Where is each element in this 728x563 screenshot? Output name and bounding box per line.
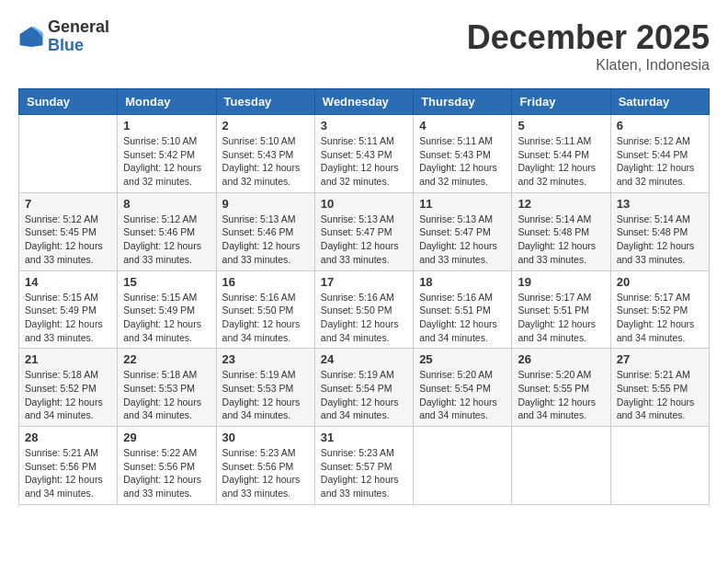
- calendar-cell: 11Sunrise: 5:13 AM Sunset: 5:47 PM Dayli…: [414, 192, 512, 270]
- day-number: 5: [518, 119, 604, 132]
- calendar-cell: 2Sunrise: 5:10 AM Sunset: 5:43 PM Daylig…: [216, 115, 314, 193]
- calendar-cell: 14Sunrise: 5:15 AM Sunset: 5:49 PM Dayli…: [19, 270, 118, 349]
- day-info: Sunrise: 5:15 AM Sunset: 5:49 PM Dayligh…: [123, 291, 210, 345]
- day-number: 14: [25, 275, 111, 289]
- day-info: Sunrise: 5:23 AM Sunset: 5:57 PM Dayligh…: [321, 446, 407, 500]
- calendar-cell: 3Sunrise: 5:11 AM Sunset: 5:43 PM Daylig…: [314, 115, 413, 193]
- calendar-cell: 18Sunrise: 5:16 AM Sunset: 5:51 PM Dayli…: [414, 270, 512, 349]
- calendar-cell: 19Sunrise: 5:17 AM Sunset: 5:51 PM Dayli…: [512, 270, 610, 349]
- day-number: 10: [321, 197, 407, 211]
- weekday-header-wednesday: Wednesday: [314, 89, 413, 115]
- day-number: 1: [123, 119, 210, 132]
- day-info: Sunrise: 5:13 AM Sunset: 5:47 PM Dayligh…: [321, 213, 407, 267]
- day-number: 3: [321, 119, 407, 132]
- calendar-cell: 30Sunrise: 5:23 AM Sunset: 5:56 PM Dayli…: [216, 427, 314, 505]
- calendar-cell: [414, 427, 512, 505]
- calendar-cell: 27Sunrise: 5:21 AM Sunset: 5:55 PM Dayli…: [610, 349, 709, 427]
- weekday-header-tuesday: Tuesday: [216, 89, 314, 115]
- calendar-cell: 6Sunrise: 5:12 AM Sunset: 5:44 PM Daylig…: [610, 115, 709, 193]
- day-info: Sunrise: 5:15 AM Sunset: 5:49 PM Dayligh…: [25, 291, 111, 345]
- day-info: Sunrise: 5:18 AM Sunset: 5:52 PM Dayligh…: [25, 368, 111, 422]
- calendar-cell: 17Sunrise: 5:16 AM Sunset: 5:50 PM Dayli…: [314, 270, 413, 349]
- logo: General Blue: [18, 18, 109, 55]
- calendar-cell: 13Sunrise: 5:14 AM Sunset: 5:48 PM Dayli…: [610, 192, 709, 270]
- day-info: Sunrise: 5:21 AM Sunset: 5:55 PM Dayligh…: [617, 368, 703, 422]
- day-number: 21: [25, 352, 111, 366]
- day-number: 9: [222, 197, 309, 211]
- calendar-cell: 7Sunrise: 5:12 AM Sunset: 5:45 PM Daylig…: [19, 192, 118, 270]
- calendar-cell: 25Sunrise: 5:20 AM Sunset: 5:54 PM Dayli…: [414, 349, 512, 427]
- weekday-header-sunday: Sunday: [19, 89, 118, 115]
- logo-text: General Blue: [48, 18, 109, 55]
- calendar-cell: [19, 115, 118, 193]
- day-info: Sunrise: 5:22 AM Sunset: 5:56 PM Dayligh…: [123, 446, 210, 500]
- calendar-table: SundayMondayTuesdayWednesdayThursdayFrid…: [18, 88, 710, 505]
- day-number: 6: [617, 119, 703, 132]
- location: Klaten, Indonesia: [467, 57, 710, 74]
- day-number: 28: [25, 431, 111, 444]
- day-info: Sunrise: 5:14 AM Sunset: 5:48 PM Dayligh…: [518, 213, 604, 267]
- day-info: Sunrise: 5:18 AM Sunset: 5:53 PM Dayligh…: [123, 368, 210, 422]
- day-info: Sunrise: 5:20 AM Sunset: 5:55 PM Dayligh…: [518, 368, 604, 422]
- week-row-5: 28Sunrise: 5:21 AM Sunset: 5:56 PM Dayli…: [19, 427, 710, 505]
- day-number: 20: [617, 275, 703, 289]
- day-number: 7: [25, 197, 111, 211]
- day-info: Sunrise: 5:11 AM Sunset: 5:43 PM Dayligh…: [321, 134, 407, 189]
- day-info: Sunrise: 5:16 AM Sunset: 5:50 PM Dayligh…: [321, 291, 407, 345]
- day-info: Sunrise: 5:13 AM Sunset: 5:46 PM Dayligh…: [222, 213, 309, 267]
- day-info: Sunrise: 5:10 AM Sunset: 5:42 PM Dayligh…: [123, 134, 210, 189]
- logo-blue-text: Blue: [48, 37, 109, 55]
- calendar-cell: 16Sunrise: 5:16 AM Sunset: 5:50 PM Dayli…: [216, 270, 314, 349]
- day-number: 15: [123, 275, 210, 289]
- day-info: Sunrise: 5:12 AM Sunset: 5:44 PM Dayligh…: [617, 134, 703, 189]
- calendar-cell: 20Sunrise: 5:17 AM Sunset: 5:52 PM Dayli…: [610, 270, 709, 349]
- day-info: Sunrise: 5:11 AM Sunset: 5:43 PM Dayligh…: [419, 134, 506, 189]
- logo-icon: [18, 24, 44, 50]
- day-number: 29: [123, 431, 210, 444]
- day-info: Sunrise: 5:12 AM Sunset: 5:46 PM Dayligh…: [123, 213, 210, 267]
- calendar-cell: 23Sunrise: 5:19 AM Sunset: 5:53 PM Dayli…: [216, 349, 314, 427]
- weekday-header-row: SundayMondayTuesdayWednesdayThursdayFrid…: [19, 89, 710, 115]
- day-info: Sunrise: 5:17 AM Sunset: 5:51 PM Dayligh…: [518, 291, 604, 345]
- day-number: 13: [617, 197, 703, 211]
- calendar-cell: 5Sunrise: 5:11 AM Sunset: 5:44 PM Daylig…: [512, 115, 610, 193]
- day-number: 31: [321, 431, 407, 444]
- week-row-4: 21Sunrise: 5:18 AM Sunset: 5:52 PM Dayli…: [19, 349, 710, 427]
- calendar-cell: 21Sunrise: 5:18 AM Sunset: 5:52 PM Dayli…: [19, 349, 118, 427]
- weekday-header-saturday: Saturday: [610, 89, 709, 115]
- day-info: Sunrise: 5:12 AM Sunset: 5:45 PM Dayligh…: [25, 213, 111, 267]
- month-title: December 2025: [467, 18, 710, 57]
- page-header: General Blue December 2025 Klaten, Indon…: [18, 18, 710, 74]
- week-row-3: 14Sunrise: 5:15 AM Sunset: 5:49 PM Dayli…: [19, 270, 710, 349]
- calendar-cell: 9Sunrise: 5:13 AM Sunset: 5:46 PM Daylig…: [216, 192, 314, 270]
- svg-marker-0: [20, 27, 43, 47]
- calendar-cell: 10Sunrise: 5:13 AM Sunset: 5:47 PM Dayli…: [314, 192, 413, 270]
- day-number: 2: [222, 119, 309, 132]
- calendar-cell: 31Sunrise: 5:23 AM Sunset: 5:57 PM Dayli…: [314, 427, 413, 505]
- day-number: 16: [222, 275, 309, 289]
- day-info: Sunrise: 5:10 AM Sunset: 5:43 PM Dayligh…: [222, 134, 309, 189]
- week-row-2: 7Sunrise: 5:12 AM Sunset: 5:45 PM Daylig…: [19, 192, 710, 270]
- calendar-cell: 1Sunrise: 5:10 AM Sunset: 5:42 PM Daylig…: [118, 115, 216, 193]
- calendar-cell: 8Sunrise: 5:12 AM Sunset: 5:46 PM Daylig…: [118, 192, 216, 270]
- day-number: 19: [518, 275, 604, 289]
- day-number: 25: [419, 352, 506, 366]
- calendar-cell: [610, 427, 709, 505]
- logo-general-text: General: [48, 18, 109, 37]
- calendar-cell: 29Sunrise: 5:22 AM Sunset: 5:56 PM Dayli…: [118, 427, 216, 505]
- day-info: Sunrise: 5:16 AM Sunset: 5:51 PM Dayligh…: [419, 291, 506, 345]
- day-number: 8: [123, 197, 210, 211]
- day-number: 4: [419, 119, 506, 132]
- weekday-header-thursday: Thursday: [414, 89, 512, 115]
- day-number: 27: [617, 352, 703, 366]
- calendar-cell: 12Sunrise: 5:14 AM Sunset: 5:48 PM Dayli…: [512, 192, 610, 270]
- day-info: Sunrise: 5:19 AM Sunset: 5:53 PM Dayligh…: [222, 368, 309, 422]
- calendar-cell: 4Sunrise: 5:11 AM Sunset: 5:43 PM Daylig…: [414, 115, 512, 193]
- day-info: Sunrise: 5:20 AM Sunset: 5:54 PM Dayligh…: [419, 368, 506, 422]
- day-info: Sunrise: 5:21 AM Sunset: 5:56 PM Dayligh…: [25, 446, 111, 500]
- day-number: 22: [123, 352, 210, 366]
- day-info: Sunrise: 5:14 AM Sunset: 5:48 PM Dayligh…: [617, 213, 703, 267]
- day-number: 24: [321, 352, 407, 366]
- day-number: 23: [222, 352, 309, 366]
- day-info: Sunrise: 5:11 AM Sunset: 5:44 PM Dayligh…: [518, 134, 604, 189]
